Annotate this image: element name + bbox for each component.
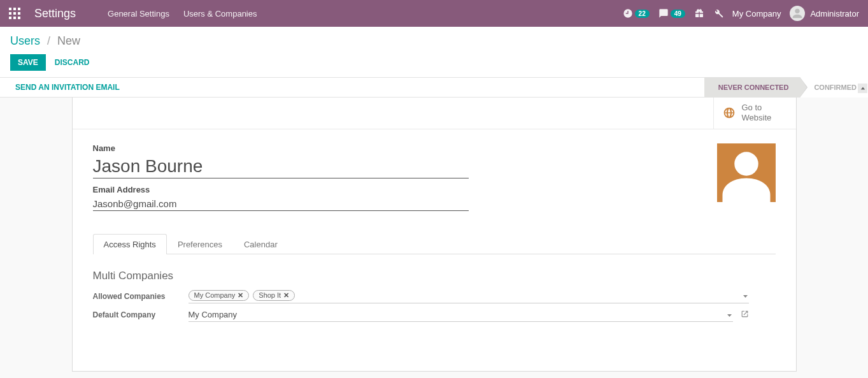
name-input[interactable] [93,154,469,178]
tag-my-company: My Company ✕ [189,290,250,301]
wrench-icon[interactable] [713,8,723,18]
discuss-indicator[interactable]: 49 [658,8,685,18]
remove-tag-shop-it[interactable]: ✕ [283,291,289,300]
control-panel: Users / New SAVE DISCARD [0,27,868,77]
globe-icon [723,106,736,119]
email-label: Email Address [93,185,469,194]
apps-menu-icon[interactable] [9,8,20,19]
allowed-companies-label: Allowed Companies [93,292,189,301]
name-field-group: Name [93,143,469,178]
activity-count: 22 [635,10,650,18]
clock-icon [623,8,633,18]
user-name-label: Administrator [810,9,859,18]
allowed-companies-row: Allowed Companies My Company ✕ Shop It ✕ [93,290,776,303]
activity-indicator[interactable]: 22 [623,8,650,18]
breadcrumb-current: New [57,34,80,47]
module-title: Settings [34,7,76,20]
statusbar: NEVER CONNECTED CONFIRMED [704,77,868,98]
external-link-icon[interactable] [741,310,749,320]
send-invitation-button[interactable]: SEND AN INVITATION EMAIL [15,83,120,92]
default-company-value: My Company [189,310,238,319]
default-company-dropdown-icon[interactable] [727,310,732,319]
default-company-select[interactable]: My Company [189,309,733,322]
tab-access-rights[interactable]: Access Rights [93,234,167,254]
nav-general-settings[interactable]: General Settings [108,9,169,18]
tag-shop-it: Shop It ✕ [253,290,295,301]
button-box: Go to Website [73,98,796,129]
tab-calendar[interactable]: Calendar [233,234,288,254]
statusbar-row: SEND AN INVITATION EMAIL NEVER CONNECTED… [0,77,868,98]
allowed-companies-field[interactable]: My Company ✕ Shop It ✕ [189,290,749,303]
svg-point-0 [795,9,800,13]
default-company-row: Default Company My Company [93,309,776,322]
chat-icon [658,8,669,18]
navbar-right: 22 49 My Company Administrator [623,6,868,21]
nav-menu: General Settings Users & Companies [108,9,271,18]
sheet-background: Go to Website Name Email Address Access … [0,98,868,372]
gift-icon[interactable] [694,8,704,18]
name-label: Name [93,143,469,153]
discard-button[interactable]: DISCARD [55,58,90,67]
breadcrumb-users[interactable]: Users [10,34,40,47]
go-to-website-button[interactable]: Go to Website [713,98,796,129]
user-avatar-icon [790,6,805,21]
section-multi-companies: Multi Companies [93,270,776,282]
nav-users-companies[interactable]: Users & Companies [183,9,257,18]
form-sheet: Go to Website Name Email Address Access … [72,98,797,372]
tabs: Access Rights Preferences Calendar [93,234,776,254]
remove-tag-my-company[interactable]: ✕ [238,291,243,300]
allowed-companies-dropdown-icon[interactable] [743,291,748,300]
breadcrumb: Users / New [10,34,858,48]
email-input[interactable] [93,196,469,211]
breadcrumb-separator: / [47,34,50,47]
go-to-website-label: Go to Website [742,103,772,124]
control-actions: SAVE DISCARD [10,54,858,71]
save-button[interactable]: SAVE [10,54,46,71]
scroll-up-arrow[interactable] [858,84,867,93]
user-menu[interactable]: Administrator [790,6,859,21]
status-never-connected[interactable]: NEVER CONNECTED [704,77,800,98]
default-company-label: Default Company [93,310,189,319]
sheet-body: Name Email Address Access Rights Prefere… [73,129,796,341]
company-switcher[interactable]: My Company [732,9,781,18]
navbar: Settings General Settings Users & Compan… [0,0,868,27]
user-image[interactable] [717,143,776,202]
svg-point-1 [734,152,758,176]
discuss-count: 49 [671,10,685,18]
email-field-group: Email Address [93,185,469,211]
tab-preferences[interactable]: Preferences [167,234,233,254]
